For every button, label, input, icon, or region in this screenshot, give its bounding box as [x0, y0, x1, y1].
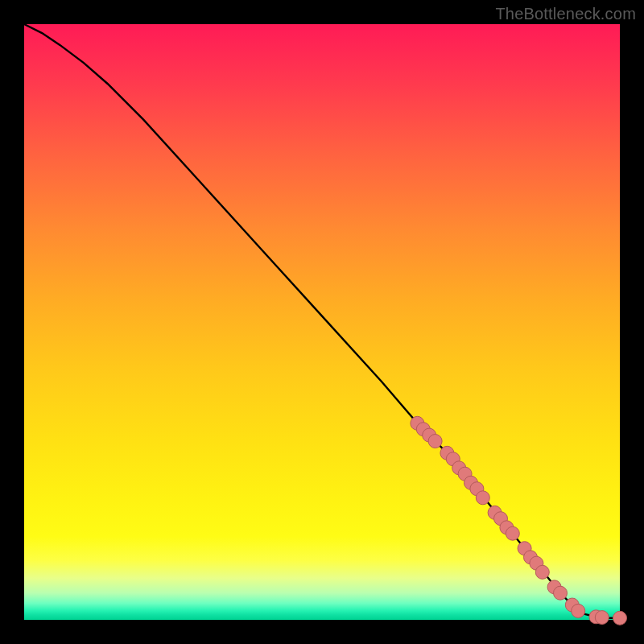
chart-overlay-svg: [24, 24, 620, 620]
plot-area: [24, 24, 620, 620]
curve-line: [24, 24, 620, 618]
marker-dot: [506, 526, 519, 540]
marker-dot: [535, 565, 549, 579]
marker-dot: [595, 611, 609, 625]
marker-dot: [428, 435, 442, 448]
marker-dot: [572, 604, 585, 617]
watermark-text: TheBottleneck.com: [495, 5, 636, 23]
marker-dot: [613, 611, 627, 625]
markers-group: [411, 416, 627, 625]
chart-stage: TheBottleneck.com: [0, 0, 644, 644]
marker-dot: [476, 491, 489, 505]
marker-dot: [554, 586, 568, 600]
